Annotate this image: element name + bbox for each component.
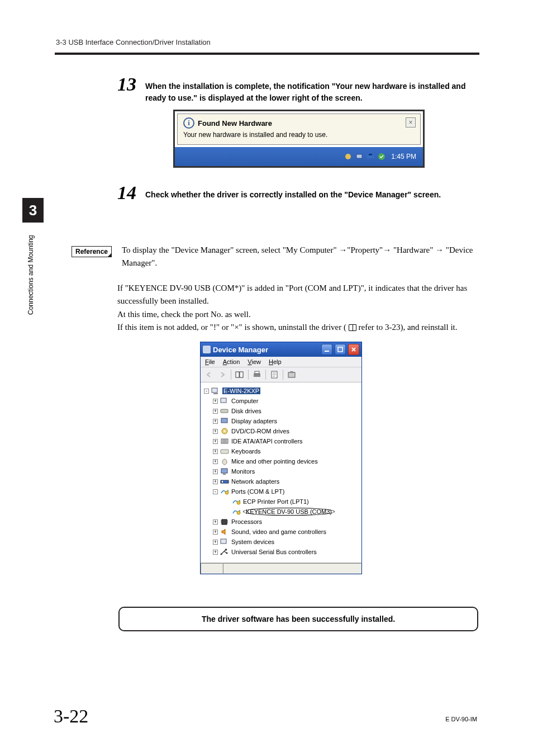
node-label: Network adapters: [231, 478, 279, 485]
page-number: 3-22: [54, 706, 88, 727]
expand-icon[interactable]: +: [213, 530, 218, 535]
back-icon[interactable]: [204, 370, 214, 380]
expand-icon[interactable]: +: [213, 419, 218, 424]
device-manager-statusbar: [201, 563, 361, 574]
monitor-icon: [220, 467, 229, 475]
usb-icon: [220, 548, 229, 556]
node-ports[interactable]: -Ports (COM & LPT): [203, 486, 359, 497]
node-label: Processors: [231, 518, 262, 525]
body-para-3b: refer to 3-23), and reinstall it.: [358, 323, 457, 332]
node-label: IDE ATA/ATAPI controllers: [231, 438, 303, 445]
svg-rect-1: [356, 154, 362, 158]
expand-icon[interactable]: +: [213, 399, 218, 404]
node-disk-drives[interactable]: +Disk drives: [203, 406, 359, 416]
svg-point-20: [224, 431, 226, 432]
forward-icon[interactable]: [217, 370, 227, 380]
systray-icons: [344, 153, 386, 160]
menu-action[interactable]: Action: [223, 358, 240, 365]
expand-icon[interactable]: +: [213, 439, 218, 444]
node-label: Monitors: [231, 468, 255, 475]
expand-icon[interactable]: +: [213, 519, 218, 525]
node-keyboards[interactable]: +Keyboards: [203, 446, 359, 456]
expand-icon[interactable]: +: [213, 479, 218, 484]
port-icon: [232, 508, 241, 516]
svg-point-30: [237, 511, 240, 514]
tray-icon-antivirus: [344, 153, 352, 160]
node-keyence-port[interactable]: KEYENCE DV-90 USB (COM3): [203, 507, 359, 517]
refresh-icon[interactable]: [287, 370, 297, 380]
sheet-icon[interactable]: [269, 370, 279, 380]
node-usb-controllers[interactable]: +Universal Serial Bus controllers: [203, 547, 359, 557]
menu-file[interactable]: File: [205, 358, 215, 365]
node-dvd-drives[interactable]: +DVD/CD-ROM drives: [203, 426, 359, 436]
body-para-1: If "KEYENCE DV-90 USB (COM*)" is added i…: [117, 282, 480, 308]
node-label: Keyboards: [231, 448, 261, 455]
svg-rect-35: [225, 549, 227, 551]
svg-point-33: [221, 554, 222, 555]
maximize-button[interactable]: [335, 344, 346, 355]
ide-icon: [220, 437, 229, 445]
svg-rect-7: [236, 372, 239, 377]
disk-icon: [220, 407, 229, 415]
node-system-devices[interactable]: +System devices: [203, 537, 359, 547]
node-label: Display adapters: [231, 418, 277, 424]
expand-icon[interactable]: +: [213, 409, 218, 414]
info-icon: i: [183, 117, 194, 129]
tray-icon-hardware: [367, 153, 374, 160]
print-icon[interactable]: [252, 370, 262, 380]
balloon-close-button[interactable]: ×: [406, 117, 416, 127]
menu-view[interactable]: View: [248, 358, 261, 365]
svg-rect-5: [325, 351, 329, 352]
node-processors[interactable]: +Processors: [203, 517, 359, 527]
keyboard-icon: [220, 447, 229, 455]
node-label: Computer: [231, 398, 258, 404]
node-monitors[interactable]: +Monitors: [203, 466, 359, 476]
collapse-icon[interactable]: -: [213, 489, 218, 494]
svg-rect-16: [221, 398, 226, 403]
svg-rect-22: [221, 450, 229, 453]
body-para-2: At this time, check the port No. as well…: [117, 308, 480, 321]
dvd-icon: [220, 427, 229, 435]
close-button[interactable]: [348, 344, 359, 355]
computer-icon: [220, 397, 229, 405]
node-mice[interactable]: +Mice and other pointing devices: [203, 456, 359, 466]
step-number: 14: [117, 181, 145, 202]
svg-rect-15: [213, 393, 218, 394]
system-icon: [220, 538, 229, 546]
node-display-adapters[interactable]: +Display adapters: [203, 416, 359, 426]
content-area: 13 When the installation is complete, th…: [117, 73, 480, 207]
node-label: Ports (COM & LPT): [231, 488, 284, 495]
header-section-title: 3-3 USB Interface Connection/Driver Inst…: [56, 38, 211, 46]
node-label: DVD/CD-ROM drives: [231, 428, 289, 434]
expand-icon[interactable]: +: [213, 459, 218, 464]
node-sound-controllers[interactable]: +Sound, video and game controllers: [203, 527, 359, 537]
node-ecp-port[interactable]: ECP Printer Port (LPT1): [203, 497, 359, 507]
device-manager-titlebar: Device Manager: [201, 342, 361, 357]
reference-text: To display the "Device Manager" screen, …: [122, 244, 479, 269]
svg-rect-6: [338, 347, 342, 352]
expand-icon[interactable]: +: [213, 449, 218, 454]
node-network-adapters[interactable]: +Network adapters: [203, 476, 359, 486]
node-ide-controllers[interactable]: +IDE ATA/ATAPI controllers: [203, 436, 359, 446]
header-rule: [55, 53, 479, 55]
svg-point-23: [222, 459, 227, 465]
menu-help[interactable]: Help: [269, 358, 282, 365]
step-14: 14 Check whether the driver is correctly…: [117, 181, 480, 202]
computer-root-icon: [211, 387, 220, 395]
tree-root[interactable]: - E-WIN-2KXP: [203, 386, 359, 396]
reference-label-text: Reference: [75, 248, 108, 256]
taskbar-clock: 1:45 PM: [391, 153, 416, 160]
node-label: Disk drives: [231, 408, 261, 414]
reference-corner-icon: [107, 253, 112, 257]
minimize-button[interactable]: [321, 344, 332, 355]
expand-icon[interactable]: +: [213, 429, 218, 434]
expand-icon[interactable]: +: [213, 540, 218, 545]
collapse-icon[interactable]: -: [204, 389, 209, 394]
notification-balloon: i Found New Hardware × Your new hardware…: [177, 114, 421, 145]
step-text: When the installation is complete, the n…: [145, 73, 480, 104]
document-code: E DV-90-IM: [445, 716, 477, 722]
node-computer[interactable]: +Computer: [203, 396, 359, 406]
properties-icon[interactable]: [235, 370, 245, 380]
expand-icon[interactable]: +: [213, 550, 218, 555]
expand-icon[interactable]: +: [213, 469, 218, 474]
